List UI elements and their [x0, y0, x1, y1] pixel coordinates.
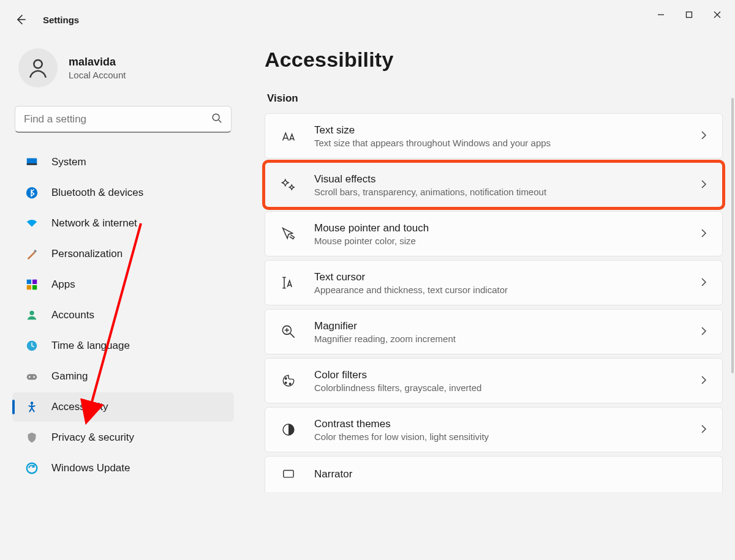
color-filters-icon [277, 372, 300, 389]
card-visual-effects[interactable]: Visual effects Scroll bars, transparency… [265, 162, 723, 207]
svg-point-6 [213, 114, 219, 121]
time-language-icon [24, 339, 39, 353]
narrator-icon [277, 466, 300, 482]
sidebar-item-time-language[interactable]: Time & language [12, 331, 234, 360]
accounts-icon [24, 308, 39, 322]
card-title: Narrator [314, 468, 709, 480]
svg-point-28 [285, 378, 287, 379]
sidebar-item-accessibility[interactable]: Accessibility [12, 392, 234, 422]
chevron-right-icon [699, 424, 709, 436]
sidebar-item-label: Gaming [51, 370, 88, 383]
svg-point-30 [289, 383, 291, 385]
privacy-icon [24, 431, 39, 444]
apps-icon [24, 278, 39, 291]
sidebar-item-label: Bluetooth & devices [51, 187, 143, 199]
svg-point-21 [31, 401, 34, 405]
svg-rect-32 [284, 471, 293, 477]
avatar [18, 48, 58, 88]
card-text-size[interactable]: Text size Text size that appears through… [265, 113, 723, 159]
card-mouse-pointer[interactable]: Mouse pointer and touch Mouse pointer co… [265, 211, 723, 256]
svg-point-22 [27, 463, 37, 474]
personalization-icon [24, 247, 39, 261]
card-subtitle: Scroll bars, transparency, animations, n… [314, 187, 684, 197]
section-title-vision: Vision [267, 92, 723, 105]
chevron-right-icon [699, 130, 709, 142]
sidebar-item-accounts[interactable]: Accounts [12, 301, 234, 330]
maximize-button[interactable] [675, 2, 703, 27]
account-row[interactable]: malavida Local Account [12, 46, 234, 100]
card-narrator[interactable]: Narrator [265, 456, 723, 492]
svg-line-25 [290, 334, 295, 338]
visual-effects-icon [277, 176, 300, 193]
sidebar-item-label: System [51, 156, 86, 168]
svg-rect-15 [32, 285, 37, 289]
accessibility-icon [24, 400, 39, 414]
card-subtitle: Color themes for low vision, light sensi… [314, 431, 684, 442]
svg-point-5 [34, 60, 42, 68]
search-icon [211, 113, 222, 125]
sidebar-item-network[interactable]: Network & internet [12, 209, 234, 238]
text-size-icon [277, 127, 300, 145]
card-subtitle: Text size that appears throughout Window… [314, 138, 684, 148]
page-title: Accessibility [265, 48, 723, 72]
network-icon [24, 217, 39, 230]
card-magnifier[interactable]: Magnifier Magnifier reading, zoom increm… [265, 309, 723, 354]
svg-rect-14 [27, 285, 31, 289]
card-color-filters[interactable]: Color filters Colorblindness filters, gr… [265, 358, 723, 403]
card-contrast-themes[interactable]: Contrast themes Color themes for low vis… [265, 407, 723, 452]
svg-rect-9 [27, 163, 37, 165]
card-title: Mouse pointer and touch [314, 222, 684, 234]
svg-point-29 [285, 382, 287, 384]
svg-point-16 [29, 311, 34, 315]
system-icon [24, 155, 39, 169]
svg-rect-13 [32, 280, 37, 284]
sidebar-item-label: Windows Update [51, 462, 130, 474]
sidebar-item-gaming[interactable]: Gaming [12, 362, 234, 391]
card-title: Contrast themes [314, 418, 684, 430]
svg-point-19 [29, 376, 31, 378]
close-button[interactable] [703, 2, 731, 27]
svg-rect-12 [27, 280, 31, 284]
search-field[interactable] [24, 113, 222, 125]
sidebar-item-system[interactable]: System [12, 147, 234, 177]
windows-update-icon [24, 461, 39, 475]
card-title: Text size [314, 124, 684, 136]
chevron-right-icon [699, 179, 709, 191]
card-title: Visual effects [314, 173, 684, 185]
magnifier-icon [277, 323, 300, 340]
account-subtitle: Local Account [69, 70, 126, 80]
svg-rect-1 [687, 12, 692, 18]
card-title: Magnifier [314, 320, 684, 332]
sidebar-nav: System Bluetooth & devices Network & int… [12, 147, 234, 483]
chevron-right-icon [699, 228, 709, 240]
sidebar-item-bluetooth[interactable]: Bluetooth & devices [12, 178, 234, 207]
sidebar-item-apps[interactable]: Apps [12, 270, 234, 299]
search-input[interactable] [15, 106, 232, 133]
account-name: malavida [69, 56, 126, 69]
minimize-button[interactable] [647, 2, 675, 27]
card-title: Text cursor [314, 271, 684, 283]
sidebar-item-label: Apps [51, 278, 75, 291]
sidebar-item-label: Privacy & security [51, 431, 134, 444]
sidebar-item-privacy[interactable]: Privacy & security [12, 423, 234, 452]
sidebar-item-windows-update[interactable]: Windows Update [12, 454, 234, 483]
sidebar-item-label: Network & internet [51, 217, 137, 230]
svg-point-20 [33, 376, 35, 378]
sidebar-item-label: Accessibility [51, 401, 108, 413]
sidebar-item-personalization[interactable]: Personalization [12, 239, 234, 269]
chevron-right-icon [699, 375, 709, 387]
sidebar-item-label: Time & language [51, 340, 130, 352]
sidebar-item-label: Personalization [51, 248, 123, 260]
scrollbar[interactable] [731, 98, 734, 373]
mouse-pointer-icon [277, 225, 300, 243]
contrast-themes-icon [277, 422, 300, 438]
card-title: Color filters [314, 369, 684, 381]
card-subtitle: Colorblindness filters, grayscale, inver… [314, 383, 684, 393]
back-button[interactable] [12, 11, 29, 28]
svg-point-10 [26, 187, 37, 198]
card-text-cursor[interactable]: Text cursor Appearance and thickness, te… [265, 260, 723, 305]
svg-line-7 [219, 120, 221, 122]
svg-rect-18 [27, 374, 37, 379]
card-subtitle: Mouse pointer color, size [314, 236, 684, 246]
card-subtitle: Magnifier reading, zoom increment [314, 334, 684, 344]
